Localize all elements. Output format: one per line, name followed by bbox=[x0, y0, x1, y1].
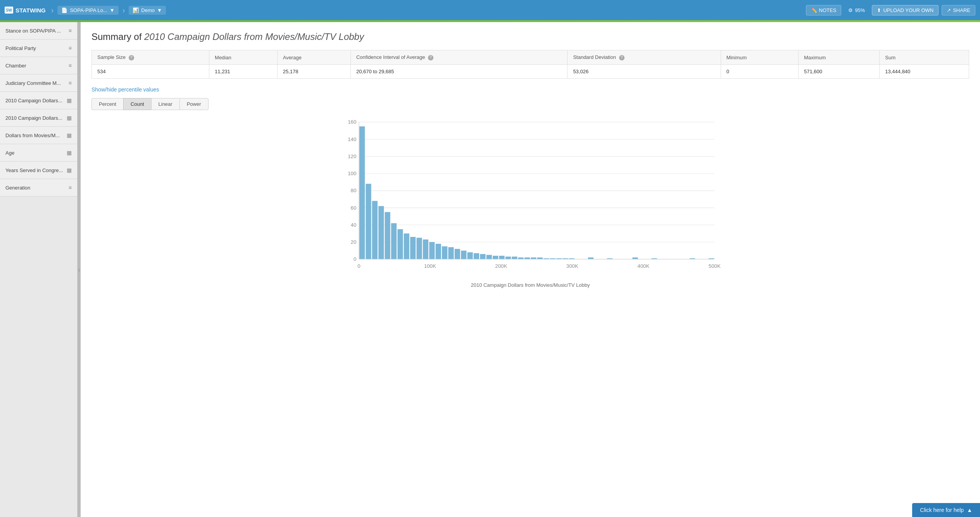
histogram-bar bbox=[366, 184, 371, 259]
sum-value: 13,444,840 bbox=[880, 65, 969, 79]
col-median: Median bbox=[209, 50, 278, 65]
sidebar-item-9[interactable]: Generation≡ bbox=[0, 179, 77, 196]
sidebar-item-4[interactable]: 2010 Campaign Dollars...▦ bbox=[0, 92, 77, 109]
sidebar-divider[interactable]: · · · bbox=[78, 22, 81, 517]
svg-text:200K: 200K bbox=[495, 263, 507, 269]
histogram-bar bbox=[410, 237, 416, 259]
stats-table: Sample Size ? Median Average Confidence … bbox=[91, 50, 969, 79]
ci-value: 20,670 to 29,685 bbox=[350, 65, 567, 79]
confidence-value: 95% bbox=[855, 7, 865, 13]
confidence-display: ⚙ 95% bbox=[844, 5, 869, 15]
col-minimum: Minimum bbox=[721, 50, 798, 65]
chart-tab-power[interactable]: Power bbox=[179, 98, 209, 110]
breadcrumb-2[interactable]: 📊 Demo ▼ bbox=[129, 6, 166, 15]
breadcrumb-2-label: Demo bbox=[141, 7, 155, 13]
title-prefix: Summary of bbox=[91, 31, 141, 42]
histogram-bar bbox=[467, 252, 473, 259]
std-dev-value: 53,026 bbox=[568, 65, 721, 79]
sidebar-item-label-7: Age bbox=[5, 150, 64, 156]
maximum-value: 571,600 bbox=[799, 65, 880, 79]
histogram-bar bbox=[512, 257, 517, 259]
share-button[interactable]: ↗ SHARE bbox=[942, 5, 975, 16]
breadcrumb-sep-2: › bbox=[122, 6, 125, 15]
breadcrumb-2-icon: 📊 bbox=[133, 7, 139, 13]
main-layout: Stance on SOPA/PIPA ...≡Political Party≡… bbox=[0, 22, 980, 517]
histogram-bar bbox=[474, 253, 479, 259]
histogram-bar bbox=[372, 201, 378, 259]
svg-text:140: 140 bbox=[348, 136, 356, 142]
sample-size-help-icon[interactable]: ? bbox=[129, 55, 134, 60]
histogram-bar bbox=[455, 249, 460, 259]
histogram-bar bbox=[525, 257, 530, 259]
sidebar-item-2[interactable]: Chamber≡ bbox=[0, 57, 77, 74]
sidebar-item-label-1: Political Party bbox=[5, 45, 66, 51]
histogram-bar bbox=[385, 212, 390, 259]
histogram-bar bbox=[588, 257, 594, 259]
breadcrumb-1[interactable]: 📄 SOPA-PIPA Lo... ▼ bbox=[57, 6, 118, 15]
sidebar-item-label-5: 2010 Campaign Dollars... bbox=[5, 115, 64, 121]
sidebar-item-5[interactable]: 2010 Campaign Dollars...▦ bbox=[0, 109, 77, 127]
std-dev-help-icon[interactable]: ? bbox=[619, 55, 625, 60]
svg-text:0: 0 bbox=[354, 256, 356, 262]
sidebar-item-0[interactable]: Stance on SOPA/PIPA ...≡ bbox=[0, 22, 77, 40]
ci-help-icon[interactable]: ? bbox=[428, 55, 433, 60]
sidebar-item-label-0: Stance on SOPA/PIPA ... bbox=[5, 28, 66, 34]
sample-size-value: 534 bbox=[92, 65, 209, 79]
chart-container: 0204060801001201401600100K200K300K400K50… bbox=[91, 118, 969, 281]
logo-text: STATWING bbox=[16, 7, 46, 14]
svg-text:400K: 400K bbox=[637, 263, 649, 269]
sidebar-item-7[interactable]: Age▦ bbox=[0, 144, 77, 162]
histogram-bar bbox=[493, 256, 498, 259]
percentile-toggle[interactable]: Show/hide percentile values bbox=[91, 86, 159, 93]
chart-tab-linear[interactable]: Linear bbox=[151, 98, 179, 110]
notes-button[interactable]: ✏️ NOTES bbox=[806, 5, 842, 16]
svg-text:100K: 100K bbox=[424, 263, 436, 269]
list-icon: ≡ bbox=[69, 28, 72, 34]
histogram-bar bbox=[397, 229, 403, 259]
col-average: Average bbox=[277, 50, 350, 65]
list-icon: ≡ bbox=[69, 45, 72, 51]
histogram-bar bbox=[461, 251, 466, 259]
breadcrumb-2-chevron: ▼ bbox=[157, 7, 162, 13]
histogram-bar bbox=[423, 240, 428, 259]
histogram-bar bbox=[359, 126, 365, 259]
content-area: Summary of 2010 Campaign Dollars from Mo… bbox=[81, 22, 980, 517]
svg-text:60: 60 bbox=[351, 205, 357, 211]
header: SW STATWING › 📄 SOPA-PIPA Lo... ▼ › 📊 De… bbox=[0, 0, 980, 20]
help-label: Click here for help bbox=[920, 507, 964, 513]
breadcrumb-sep-1: › bbox=[51, 6, 54, 15]
upload-button[interactable]: ⬆ UPLOAD YOUR OWN bbox=[872, 5, 939, 16]
sidebar-item-1[interactable]: Political Party≡ bbox=[0, 40, 77, 57]
histogram-chart: 0204060801001201401600100K200K300K400K50… bbox=[91, 118, 969, 281]
sidebar-item-label-8: Years Served in Congre... bbox=[5, 167, 64, 173]
sidebar-item-label-3: Judiciary Committee M... bbox=[5, 80, 66, 86]
histogram-bar bbox=[531, 257, 536, 259]
average-value: 25,178 bbox=[277, 65, 350, 79]
histogram-bar bbox=[487, 255, 492, 259]
svg-text:160: 160 bbox=[348, 119, 356, 125]
chart-tab-percent[interactable]: Percent bbox=[91, 98, 123, 110]
sidebar-item-label-9: Generation bbox=[5, 185, 66, 191]
histogram-bar bbox=[448, 247, 454, 259]
stats-row: 534 11,231 25,178 20,670 to 29,685 53,02… bbox=[92, 65, 969, 79]
upload-label: UPLOAD YOUR OWN bbox=[883, 7, 933, 13]
histogram-bar bbox=[506, 257, 511, 259]
sidebar-item-8[interactable]: Years Served in Congre...▦ bbox=[0, 162, 77, 179]
col-sample-size: Sample Size ? bbox=[92, 50, 209, 65]
histogram-bar bbox=[537, 257, 543, 259]
histogram-bar bbox=[499, 256, 504, 259]
svg-text:20: 20 bbox=[351, 239, 357, 245]
chart-x-label: 2010 Campaign Dollars from Movies/Music/… bbox=[91, 282, 969, 288]
sidebar-item-3[interactable]: Judiciary Committee M...≡ bbox=[0, 74, 77, 92]
gear-icon: ⚙ bbox=[848, 7, 853, 13]
sidebar-item-6[interactable]: Dollars from Movies/M...▦ bbox=[0, 127, 77, 144]
chart-tab-count[interactable]: Count bbox=[123, 98, 151, 110]
col-maximum: Maximum bbox=[799, 50, 880, 65]
breadcrumb-1-icon: 📄 bbox=[61, 7, 67, 13]
help-chevron: ▲ bbox=[967, 507, 972, 513]
notes-icon: ✏️ bbox=[811, 7, 817, 13]
chart-icon: ▦ bbox=[67, 132, 72, 138]
help-button[interactable]: Click here for help ▲ bbox=[912, 503, 980, 517]
histogram-bar bbox=[436, 244, 441, 259]
histogram-bar bbox=[442, 246, 447, 259]
